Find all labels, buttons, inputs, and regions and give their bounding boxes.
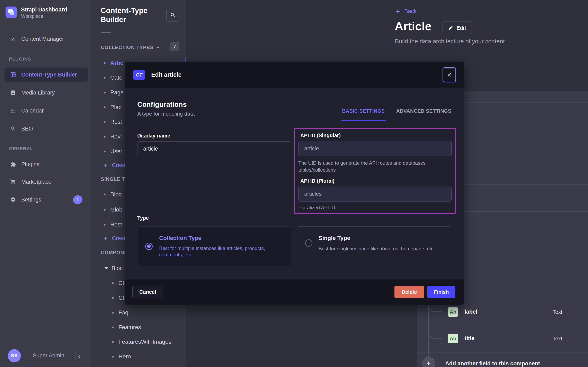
layout-grid-icon bbox=[10, 72, 16, 77]
component-item[interactable]: FeaturesWithImages bbox=[112, 338, 171, 346]
sidebar-item-plugins[interactable]: Plugins bbox=[5, 157, 88, 171]
single-type-desc: Best for single instance like about us, … bbox=[319, 245, 445, 252]
api-id-plural-input[interactable] bbox=[298, 187, 452, 201]
pen-square-icon bbox=[10, 36, 16, 42]
collection-type-article[interactable]: Artic bbox=[104, 59, 123, 67]
modal-heading: Configurations bbox=[137, 100, 187, 108]
sidebar-item-seo[interactable]: SEO bbox=[5, 122, 88, 136]
component-group-blocks[interactable]: Bloc bbox=[105, 264, 123, 272]
sidebar-item-marketplace[interactable]: Marketplace bbox=[5, 175, 88, 189]
search-icon bbox=[10, 126, 16, 132]
sidebar-item-label: SEO bbox=[21, 125, 33, 132]
bullet-icon bbox=[112, 282, 114, 284]
component-item[interactable]: Ct bbox=[112, 294, 124, 302]
close-button[interactable] bbox=[443, 67, 456, 83]
bullet-icon bbox=[112, 356, 114, 358]
api-id-singular-label: API ID (Singular) bbox=[300, 133, 341, 139]
field-type: Text bbox=[553, 309, 563, 315]
content-type-badge: CT bbox=[133, 70, 145, 80]
finish-button[interactable]: Finish bbox=[427, 286, 455, 298]
search-button[interactable] bbox=[166, 8, 179, 22]
divider bbox=[0, 26, 91, 26]
collection-type-item[interactable]: Revi bbox=[104, 133, 122, 141]
page-title: Article bbox=[395, 19, 432, 33]
page-subtitle: Build the data architecture of your cont… bbox=[395, 38, 505, 45]
strapi-dashboard-screen: Strapi Dashboard Workplace Content Manag… bbox=[0, 0, 588, 367]
bullet-icon bbox=[104, 92, 106, 93]
user-avatar[interactable]: SA bbox=[8, 349, 21, 362]
bullet-icon bbox=[112, 312, 114, 314]
gear-icon bbox=[10, 197, 16, 202]
display-name-input[interactable] bbox=[137, 141, 291, 156]
sidebar-section-general: GENERAL bbox=[9, 146, 33, 151]
text-field-badge: Ab bbox=[448, 334, 458, 343]
collection-type-item[interactable]: Rest bbox=[104, 118, 122, 126]
api-id-singular-input[interactable] bbox=[298, 141, 452, 156]
components-header[interactable]: COMPONE bbox=[101, 250, 128, 256]
radio-single-type[interactable] bbox=[305, 239, 312, 247]
bullet-icon bbox=[104, 62, 106, 64]
collection-type-item[interactable]: Cate bbox=[104, 74, 122, 82]
collapse-sidebar-button[interactable]: ‹ bbox=[75, 351, 83, 361]
create-collection-type-link[interactable]: Creat bbox=[103, 161, 125, 169]
bullet-icon bbox=[104, 224, 106, 226]
sidebar-item-calendar[interactable]: Calendar bbox=[5, 103, 88, 118]
tour-highlight-box: API ID (Singular) The UID is used to gen… bbox=[294, 128, 456, 214]
delete-button[interactable]: Delete bbox=[394, 286, 424, 298]
strapi-logo[interactable] bbox=[6, 7, 17, 18]
field-name: label bbox=[465, 309, 477, 315]
sidebar-item-content-manager[interactable]: Content Manager bbox=[5, 32, 88, 46]
collection-type-item[interactable]: User bbox=[104, 147, 122, 156]
collection-type-item[interactable]: Plac bbox=[104, 103, 121, 111]
back-link[interactable]: Back bbox=[395, 8, 417, 15]
divider bbox=[101, 32, 111, 33]
row-divider bbox=[417, 325, 588, 325]
collection-type-item[interactable]: Page bbox=[104, 88, 124, 97]
api-id-plural-label: API ID (Plural) bbox=[300, 178, 334, 184]
add-field-to-component-button[interactable]: Add another field to this component bbox=[445, 360, 540, 367]
type-label: Type bbox=[137, 215, 149, 221]
bullet-icon bbox=[112, 326, 114, 328]
sidebar-item-label: Media Library bbox=[21, 90, 55, 96]
collection-type-title: Collection Type bbox=[159, 235, 201, 242]
collection-types-count: 7 bbox=[170, 42, 179, 51]
tree-branch bbox=[428, 326, 442, 339]
component-item[interactable]: Features bbox=[112, 323, 141, 331]
add-field-plus-button[interactable] bbox=[422, 357, 435, 367]
bullet-icon bbox=[112, 341, 114, 343]
edit-button[interactable]: Edit bbox=[443, 21, 472, 34]
sidebar-item-label: Content Manager bbox=[21, 36, 64, 42]
tab-basic-settings[interactable]: BASIC SETTINGS bbox=[342, 108, 385, 114]
radio-collection-type[interactable] bbox=[145, 243, 153, 250]
bullet-icon bbox=[104, 106, 106, 108]
sidebar-item-content-type-builder[interactable]: Content-Type Builder bbox=[5, 67, 88, 82]
search-icon bbox=[170, 12, 176, 18]
plus-icon bbox=[103, 236, 108, 241]
modal-header: CT Edit article bbox=[124, 62, 464, 88]
close-icon bbox=[444, 68, 455, 81]
workspace-subtitle: Workplace bbox=[21, 14, 43, 19]
user-name: Super Admin bbox=[33, 352, 65, 359]
single-type-item[interactable]: Rest bbox=[104, 221, 122, 229]
component-item[interactable]: Hero bbox=[112, 352, 131, 361]
settings-tabs: BASIC SETTINGS ADVANCED SETTINGS bbox=[342, 108, 451, 114]
cancel-button[interactable]: Cancel bbox=[132, 286, 163, 298]
single-type-item[interactable]: Blog bbox=[104, 190, 122, 199]
component-item[interactable]: Faq bbox=[112, 309, 128, 317]
sidebar-item-label: Settings bbox=[21, 197, 41, 203]
collection-type-card[interactable]: Collection Type Best for multiple instan… bbox=[137, 226, 291, 266]
settings-notification-badge: 1 bbox=[73, 195, 83, 204]
text-field-badge: Ab bbox=[448, 307, 458, 317]
tab-advanced-settings[interactable]: ADVANCED SETTINGS bbox=[396, 108, 451, 114]
component-item[interactable]: Ct bbox=[112, 279, 124, 287]
field-type: Text bbox=[553, 335, 563, 342]
sidebar-item-label: Calendar bbox=[21, 108, 44, 114]
bullet-icon bbox=[104, 193, 106, 195]
single-type-item[interactable]: Glob bbox=[104, 206, 122, 214]
plus-icon bbox=[426, 360, 432, 366]
single-type-card[interactable]: Single Type Best for single instance lik… bbox=[297, 226, 451, 266]
chevron-down-icon bbox=[156, 47, 160, 49]
divider bbox=[137, 121, 451, 121]
sidebar-item-media-library[interactable]: Media Library bbox=[5, 85, 88, 100]
collection-types-header[interactable]: COLLECTION TYPES bbox=[101, 45, 160, 50]
